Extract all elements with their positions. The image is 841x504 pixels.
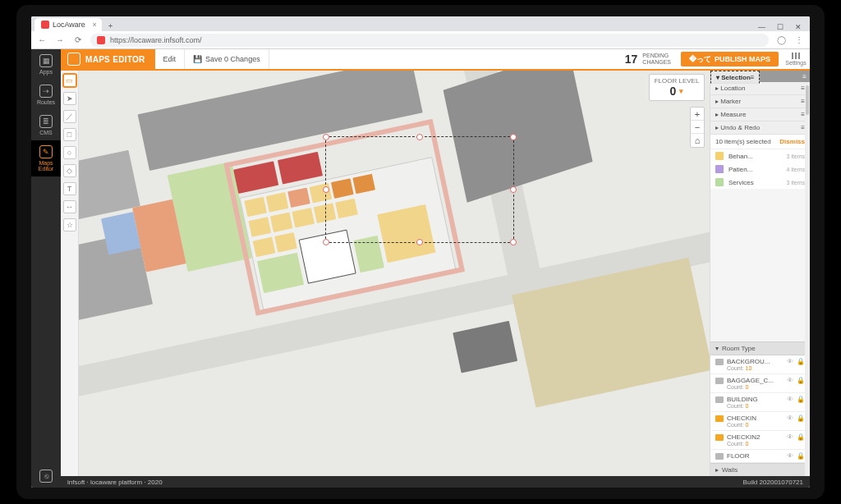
zoom-control: + − ⌂ xyxy=(690,107,705,148)
nav-reload-icon[interactable]: ⟳ xyxy=(72,35,84,44)
brand-icon xyxy=(67,53,80,66)
cms-icon: ≣ xyxy=(39,115,53,128)
tool-circle[interactable]: ○ xyxy=(63,146,76,159)
layer-name: FLOOR xyxy=(727,452,750,460)
layer-name: CHECKIN xyxy=(727,415,756,422)
folder-icon xyxy=(715,434,724,441)
swatch-icon xyxy=(715,165,724,173)
tool-measure[interactable]: ↔ xyxy=(63,200,76,213)
publish-maps-button[interactable]: �って PUBLISH MAPS xyxy=(681,52,779,66)
zoom-in-button[interactable]: + xyxy=(691,108,704,121)
nav-back-icon[interactable]: ← xyxy=(36,35,48,44)
lock-icon[interactable]: 🔒 xyxy=(797,415,805,422)
tool-select[interactable]: ▭ xyxy=(63,74,76,87)
walls-header[interactable]: ▸ Walls xyxy=(710,463,810,476)
lock-icon[interactable]: 🔒 xyxy=(797,433,805,441)
logout-icon: ⎋ xyxy=(39,470,53,483)
layer-name: CHECKIN2 xyxy=(727,433,760,441)
room-type-header[interactable]: ▾ Room Type xyxy=(710,341,810,355)
panel-menu-icon[interactable]: ≡ xyxy=(802,73,807,80)
folder-icon xyxy=(715,396,724,403)
close-tab-icon[interactable]: × xyxy=(93,21,97,29)
selection-summary: 10 item(s) selected Dismiss xyxy=(710,135,810,149)
visibility-icon[interactable]: 👁 xyxy=(787,396,793,403)
rail-item-logout[interactable]: ⎋ xyxy=(31,465,61,488)
accordion-marker[interactable]: ▸ Marker≡ xyxy=(710,95,810,108)
visibility-icon[interactable]: 👁 xyxy=(787,377,793,384)
selection-key-item[interactable]: Services3 items xyxy=(710,176,810,189)
layer-row[interactable]: FLOOR👁🔒 xyxy=(710,450,810,463)
visibility-icon[interactable]: 👁 xyxy=(787,452,793,460)
rail-label: Routes xyxy=(37,99,55,105)
rail-label: CMS xyxy=(39,130,53,135)
new-tab-button[interactable]: ＋ xyxy=(105,20,117,31)
grip-icon: ≡ xyxy=(751,74,755,81)
lock-icon[interactable]: 🔒 xyxy=(797,377,805,384)
browser-toolbar: ← → ⟳ https://locaware.infsoft.com/ ◯ ⋮ xyxy=(31,31,810,49)
rail-item-routes[interactable]: ⇢ Routes xyxy=(31,80,61,110)
layer-row[interactable]: BUILDING👁🔒Count: 0 xyxy=(710,393,810,412)
tool-pin[interactable]: ☆ xyxy=(63,218,76,231)
save-icon: 💾 xyxy=(193,55,202,63)
dismiss-selection-button[interactable]: Dismiss xyxy=(779,138,805,145)
layer-name: BACKGROU... xyxy=(727,358,770,365)
selection-key-item[interactable]: Behan...3 items xyxy=(710,149,810,163)
window-minimize-icon[interactable]: — xyxy=(758,23,765,31)
layer-name: BAGGAGE_C... xyxy=(727,377,774,384)
window-close-icon[interactable]: ✕ xyxy=(795,23,802,31)
zoom-reset-button[interactable]: ⌂ xyxy=(691,134,704,147)
folder-icon xyxy=(715,378,724,384)
tool-line[interactable]: ／ xyxy=(63,110,76,123)
tool-polygon[interactable]: ◇ xyxy=(63,164,76,177)
accordion-measure[interactable]: ▸ Measure≡ xyxy=(710,108,810,121)
window-maximize-icon[interactable]: ☐ xyxy=(777,23,784,31)
properties-panel: 38 ≡ ▸ Location≡ ▸ Marker≡ ▸ Measure≡ ▸ … xyxy=(710,71,810,476)
tool-rect[interactable]: □ xyxy=(63,128,76,141)
visibility-icon[interactable]: 👁 xyxy=(787,433,793,441)
profile-icon[interactable]: ◯ xyxy=(775,35,787,44)
rail-item-cms[interactable]: ≣ CMS xyxy=(31,110,61,140)
browser-tab[interactable]: LocAware × xyxy=(34,18,102,31)
publish-icon: �って xyxy=(689,54,711,65)
zoom-out-button[interactable]: − xyxy=(691,121,704,134)
lock-icon[interactable]: 🔒 xyxy=(797,358,805,365)
visibility-icon[interactable]: 👁 xyxy=(787,358,793,365)
settings-button[interactable]: Settings xyxy=(782,49,810,69)
rail-item-maps-editor[interactable]: ✎ Maps Editor xyxy=(31,140,61,176)
tool-pointer[interactable]: ➤ xyxy=(63,92,76,105)
footer-right: Build 202001070721 xyxy=(743,479,803,486)
panel-scrollbar[interactable] xyxy=(805,82,810,476)
layer-row[interactable]: CHECKIN👁🔒Count: 0 xyxy=(710,412,810,431)
edit-menu[interactable]: Edit xyxy=(155,49,186,69)
browser-menu-icon[interactable]: ⋮ xyxy=(793,35,805,44)
status-bar: infsoft · locaware platform · 2020 Build… xyxy=(61,476,810,488)
layer-row[interactable]: CHECKIN2👁🔒Count: 0 xyxy=(710,431,810,450)
floor-level-selector[interactable]: FLOOR LEVEL 0▾ xyxy=(649,74,705,101)
lock-icon[interactable]: 🔒 xyxy=(797,396,805,403)
layer-count: Count: 0 xyxy=(715,403,805,409)
floor-value: 0 xyxy=(670,85,677,98)
selection-key-item[interactable]: Patien...4 items xyxy=(710,163,810,176)
address-bar[interactable]: https://locaware.infsoft.com/ xyxy=(90,34,769,47)
pending-count: 17 xyxy=(625,53,638,66)
accordion-location[interactable]: ▸ Location≡ xyxy=(710,82,810,95)
swatch-icon xyxy=(715,178,724,186)
publish-label: PUBLISH MAPS xyxy=(715,55,770,63)
layer-row[interactable]: BACKGROU...👁🔒Count: 10 xyxy=(710,355,810,374)
layer-row[interactable]: BAGGAGE_C...👁🔒Count: 0 xyxy=(710,374,810,393)
pending-label: PENDING xyxy=(642,53,669,58)
save-button[interactable]: 💾 Save 0 Changes xyxy=(185,49,269,69)
accordion-undo-redo[interactable]: ▸ Undo & Redo≡ xyxy=(710,121,810,135)
map-canvas[interactable]: FLOOR LEVEL 0▾ + − ⌂ 38 xyxy=(79,71,810,476)
selection-count: 10 item(s) selected xyxy=(715,138,771,145)
folder-icon xyxy=(715,453,724,460)
rail-item-apps[interactable]: ▦ Apps xyxy=(31,49,61,80)
nav-forward-icon[interactable]: → xyxy=(54,35,66,44)
swatch-icon xyxy=(715,152,724,160)
tool-text[interactable]: T xyxy=(63,182,76,195)
scrollbar-thumb[interactable] xyxy=(806,85,809,115)
accordion-selection[interactable]: ▾ Selection≡ xyxy=(710,71,760,84)
visibility-icon[interactable]: 👁 xyxy=(787,415,793,422)
lock-icon[interactable]: 🔒 xyxy=(797,452,805,460)
selection-rectangle[interactable] xyxy=(325,136,514,243)
